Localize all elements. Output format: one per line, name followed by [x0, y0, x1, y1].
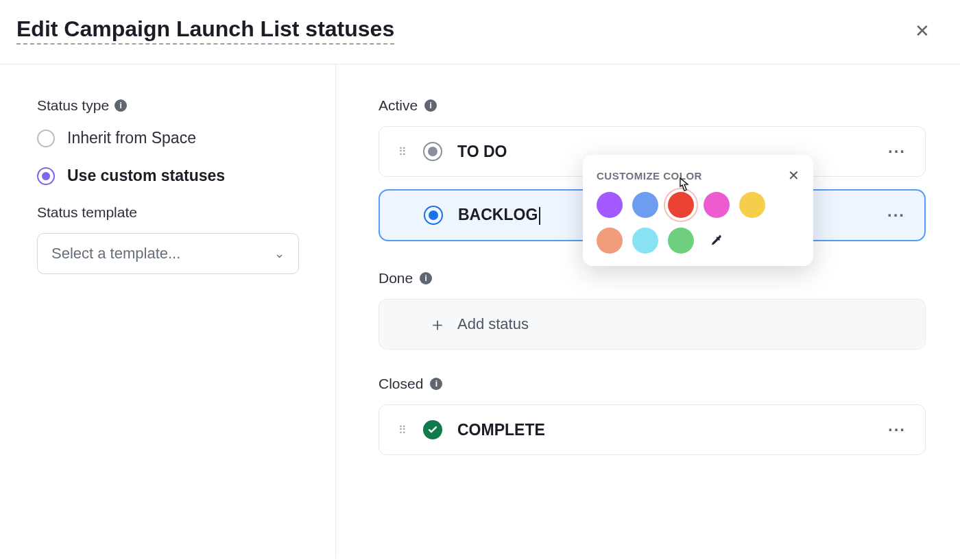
eyedropper-icon[interactable]	[704, 228, 730, 254]
color-swatch[interactable]	[668, 192, 694, 218]
customize-color-popover: CUSTOMIZE COLOR ✕	[583, 155, 813, 266]
status-type-heading: Status type i	[37, 97, 127, 114]
swatch-grid	[597, 192, 800, 254]
color-swatch[interactable]	[704, 192, 730, 218]
chevron-down-icon: ⌄	[274, 246, 285, 261]
drag-handle-icon[interactable]: ⠿	[398, 424, 408, 437]
more-options-button[interactable]: ···	[887, 207, 905, 223]
color-swatch[interactable]	[668, 228, 694, 254]
status-row-complete[interactable]: ⠿ COMPLETE ···	[379, 404, 926, 455]
color-swatch[interactable]	[597, 192, 623, 218]
info-icon[interactable]: i	[420, 272, 432, 284]
check-circle-icon[interactable]	[423, 420, 442, 439]
template-select-placeholder: Select a template...	[51, 245, 180, 263]
info-icon[interactable]: i	[115, 99, 127, 112]
modal-title[interactable]: Edit Campaign Launch List statuses	[16, 16, 394, 45]
radio-icon-selected	[37, 167, 55, 185]
popover-close-button[interactable]: ✕	[788, 169, 800, 182]
drag-handle-icon[interactable]: ⠿	[398, 145, 408, 158]
more-options-button[interactable]: ···	[888, 422, 906, 438]
color-swatch[interactable]	[739, 192, 765, 218]
group-header-done: Done i	[379, 270, 432, 287]
add-status-button[interactable]: ＋ Add status	[379, 299, 926, 350]
modal-body: Status type i Inherit from Space Use cus…	[0, 64, 960, 559]
main-panel: Active i ⠿ TO DO ··· ⠿ BACKLOG ··· Done …	[336, 64, 960, 559]
group-label-done: Done	[379, 270, 413, 287]
color-swatch[interactable]	[632, 228, 658, 254]
modal-header: Edit Campaign Launch List statuses ✕	[0, 0, 960, 64]
color-swatch[interactable]	[597, 228, 623, 254]
status-color-icon[interactable]	[423, 142, 442, 161]
sidebar: Status type i Inherit from Space Use cus…	[0, 64, 336, 559]
status-color-icon[interactable]	[424, 206, 443, 225]
radio-label-custom: Use custom statuses	[67, 167, 225, 185]
status-name-complete: COMPLETE	[457, 421, 888, 439]
info-icon[interactable]: i	[424, 99, 437, 112]
status-template-heading: Status template	[37, 204, 301, 221]
radio-icon	[37, 130, 55, 147]
status-type-label: Status type	[37, 97, 109, 114]
radio-inherit-from-space[interactable]: Inherit from Space	[37, 129, 301, 147]
group-label-closed: Closed	[379, 376, 423, 392]
close-button[interactable]: ✕	[909, 19, 935, 42]
popover-title: CUSTOMIZE COLOR	[597, 170, 702, 182]
close-icon: ✕	[788, 168, 800, 183]
radio-label-inherit: Inherit from Space	[67, 129, 196, 147]
more-options-button[interactable]: ···	[888, 143, 906, 160]
color-swatch[interactable]	[632, 192, 658, 218]
group-header-active: Active i	[379, 97, 437, 114]
group-label-active: Active	[379, 97, 418, 114]
radio-dot-icon	[42, 172, 50, 180]
popover-header: CUSTOMIZE COLOR ✕	[597, 169, 800, 182]
radio-use-custom-statuses[interactable]: Use custom statuses	[37, 167, 301, 185]
info-icon[interactable]: i	[430, 378, 442, 390]
plus-icon: ＋	[429, 315, 446, 333]
template-select[interactable]: Select a template... ⌄	[37, 233, 299, 274]
text-caret-icon	[539, 207, 540, 225]
group-header-closed: Closed i	[379, 376, 442, 392]
add-status-label: Add status	[457, 315, 529, 333]
close-icon: ✕	[915, 21, 930, 41]
